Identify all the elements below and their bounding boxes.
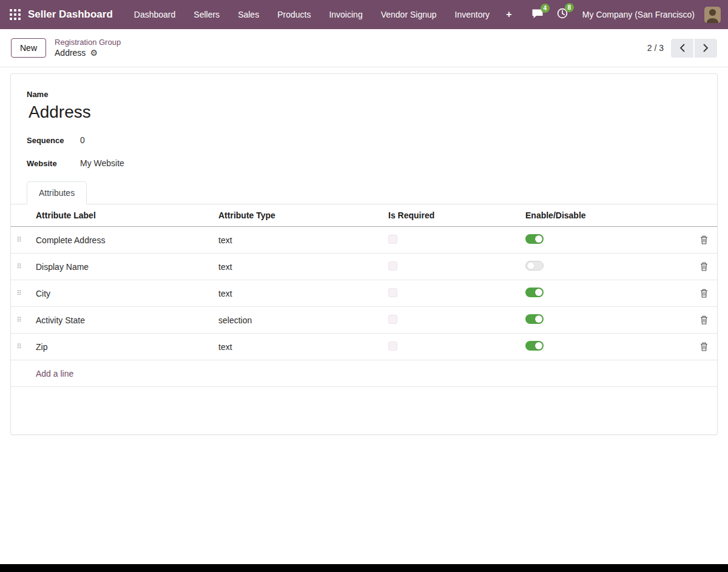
table-row[interactable]: ⠿ Zip text — [11, 334, 717, 360]
attribute-label-cell[interactable]: Display Name — [27, 262, 209, 272]
breadcrumb-current: Address — [55, 47, 86, 59]
activities-badge: 8 — [565, 3, 574, 12]
attribute-type-cell[interactable]: text — [209, 342, 379, 352]
drag-handle-icon[interactable]: ⠿ — [11, 236, 27, 244]
column-header-attribute-label: Attribute Label — [27, 210, 209, 220]
control-panel: New Registration Group Address ⚙ 2 / 3 — [0, 29, 728, 67]
company-switcher[interactable]: My Company (San Francisco) — [576, 10, 701, 19]
breadcrumb-parent[interactable]: Registration Group — [55, 37, 121, 48]
attribute-label-cell[interactable]: Activity State — [27, 315, 209, 325]
content-area: Name Address Sequence 0 Website My Websi… — [0, 67, 728, 435]
website-field-value[interactable]: My Website — [80, 158, 124, 168]
app-title[interactable]: Seller Dashboard — [28, 8, 113, 21]
pager-next-button[interactable] — [695, 39, 717, 58]
gear-icon[interactable]: ⚙ — [90, 47, 98, 59]
user-avatar[interactable] — [704, 7, 721, 23]
attribute-type-cell[interactable]: text — [209, 262, 379, 272]
nav-item-sellers[interactable]: Sellers — [186, 5, 228, 24]
drag-handle-icon[interactable]: ⠿ — [11, 343, 27, 351]
is-required-checkbox[interactable] — [388, 235, 397, 244]
form-sheet: Name Address Sequence 0 Website My Websi… — [10, 73, 718, 435]
notebook-tabs: Attributes — [11, 181, 717, 204]
attribute-type-cell[interactable]: text — [209, 235, 379, 245]
sequence-field-value[interactable]: 0 — [80, 135, 85, 145]
pager: 2 / 3 — [647, 39, 717, 58]
messages-badge: 4 — [541, 4, 550, 13]
top-navbar: Seller Dashboard Dashboard Sellers Sales… — [0, 0, 728, 29]
name-field-value[interactable]: Address — [29, 103, 717, 122]
pager-previous-button[interactable] — [671, 39, 693, 58]
name-field-label: Name — [27, 90, 717, 99]
drag-handle-icon[interactable]: ⠿ — [11, 316, 27, 324]
apps-grid-icon[interactable] — [10, 9, 21, 20]
is-required-checkbox[interactable] — [388, 288, 397, 297]
attribute-label-cell[interactable]: City — [27, 289, 209, 298]
delete-row-button[interactable] — [690, 289, 717, 298]
table-row[interactable]: ⠿ Display Name text — [11, 254, 717, 280]
delete-row-button[interactable] — [690, 235, 717, 244]
nav-item-dashboard[interactable]: Dashboard — [126, 5, 184, 24]
add-line-row: Add a line — [11, 360, 717, 387]
table-row[interactable]: ⠿ City text — [11, 280, 717, 307]
delete-row-button[interactable] — [690, 342, 717, 351]
column-header-is-required: Is Required — [379, 210, 516, 220]
sequence-field-label: Sequence — [27, 136, 80, 145]
pager-value: 2 / 3 — [647, 43, 664, 53]
attribute-label-cell[interactable]: Complete Address — [27, 235, 209, 245]
table-row[interactable]: ⠿ Activity State selection — [11, 307, 717, 334]
tab-attributes[interactable]: Attributes — [27, 181, 87, 204]
nav-item-invoicing[interactable]: Invoicing — [321, 5, 370, 24]
enable-disable-toggle[interactable] — [525, 341, 544, 351]
messages-button[interactable]: 4 — [527, 6, 548, 24]
attribute-label-cell[interactable]: Zip — [27, 342, 209, 352]
attribute-type-cell[interactable]: text — [209, 289, 379, 298]
enable-disable-toggle[interactable] — [525, 234, 544, 244]
delete-row-button[interactable] — [690, 315, 717, 325]
nav-item-inventory[interactable]: Inventory — [447, 5, 498, 24]
attribute-type-cell[interactable]: selection — [209, 315, 379, 325]
activities-button[interactable]: 8 — [552, 5, 573, 24]
delete-row-button[interactable] — [690, 262, 717, 271]
website-field-label: Website — [27, 159, 80, 168]
enable-disable-toggle[interactable] — [525, 314, 544, 324]
column-header-attribute-type: Attribute Type — [209, 210, 379, 220]
nav-item-vendor-signup[interactable]: Vendor Signup — [373, 5, 445, 24]
nav-item-sales[interactable]: Sales — [230, 5, 267, 24]
is-required-checkbox[interactable] — [388, 342, 397, 351]
nav-item-products[interactable]: Products — [269, 5, 318, 24]
drag-handle-icon[interactable]: ⠿ — [11, 289, 27, 297]
website-field: Website My Website — [27, 158, 717, 168]
column-header-enable-disable: Enable/Disable — [516, 210, 690, 220]
navbar-right: 4 8 My Company (San Francisco) — [527, 5, 721, 24]
drag-handle-icon[interactable]: ⠿ — [11, 263, 27, 271]
enable-disable-toggle[interactable] — [525, 288, 544, 297]
breadcrumb: Registration Group Address ⚙ — [55, 37, 121, 59]
table-header-row: Attribute Label Attribute Type Is Requir… — [11, 204, 717, 227]
is-required-checkbox[interactable] — [388, 261, 397, 271]
new-button[interactable]: New — [11, 38, 46, 58]
bottom-bar — [0, 564, 728, 572]
table-row[interactable]: ⠿ Complete Address text — [11, 227, 717, 254]
enable-disable-toggle[interactable] — [525, 261, 544, 271]
add-menu-button[interactable]: + — [500, 6, 517, 23]
is-required-checkbox[interactable] — [388, 315, 397, 324]
main-menu: Dashboard Sellers Sales Products Invoici… — [126, 5, 527, 24]
add-a-line-link[interactable]: Add a line — [11, 369, 73, 379]
sequence-field: Sequence 0 — [27, 135, 717, 145]
